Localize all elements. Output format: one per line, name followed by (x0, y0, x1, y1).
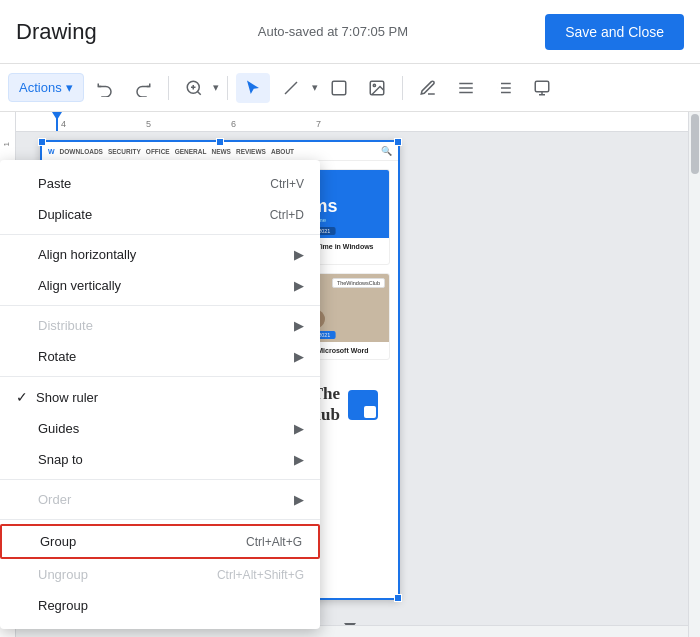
insert-button[interactable] (525, 73, 559, 103)
show-ruler-checkmark: ✓ (16, 389, 28, 405)
ruler-tick-4: 4 (61, 119, 66, 129)
menu-distribute-label: Distribute (38, 318, 93, 333)
menu-item-group[interactable]: Group Ctrl+Alt+G (0, 524, 320, 559)
menu-snap-to-arrow: ▶ (294, 452, 304, 467)
menu-item-rotate[interactable]: Rotate ▶ (0, 341, 320, 372)
scrollbar-thumb[interactable] (691, 114, 699, 174)
menu-duplicate-shortcut: Ctrl+D (270, 208, 304, 222)
menu-rotate-arrow: ▶ (294, 349, 304, 364)
svg-rect-17 (535, 81, 549, 92)
menu-divider-4 (0, 479, 320, 480)
menu-item-align-v[interactable]: Align vertically ▶ (0, 270, 320, 301)
selection-handle-tm (216, 138, 224, 146)
ruler-tick-5: 5 (146, 119, 151, 129)
menu-item-paste[interactable]: Paste Ctrl+V (0, 168, 320, 199)
menu-align-v-label: Align vertically (38, 278, 121, 293)
text-format-button[interactable] (449, 73, 483, 103)
ruler-tick-7: 7 (316, 119, 321, 129)
menu-divider-1 (0, 234, 320, 235)
menu-item-ungroup: Ungroup Ctrl+Alt+Shift+G (0, 559, 320, 590)
main-toolbar: Actions ▾ ▾ ▾ (0, 64, 700, 112)
ruler-top: 4 5 6 7 (16, 112, 700, 132)
menu-align-h-arrow: ▶ (294, 247, 304, 262)
image-tool-button[interactable] (360, 73, 394, 103)
brand-icon (348, 390, 378, 420)
svg-line-4 (285, 82, 297, 94)
zoom-dropdown-arrow[interactable]: ▾ (213, 81, 219, 94)
menu-paste-shortcut: Ctrl+V (270, 177, 304, 191)
list-format-button[interactable] (487, 73, 521, 103)
divider-3 (402, 76, 403, 100)
menu-guides-arrow: ▶ (294, 421, 304, 436)
menu-show-ruler-label: Show ruler (36, 390, 98, 405)
menu-distribute-arrow: ▶ (294, 318, 304, 333)
menu-ungroup-shortcut: Ctrl+Alt+Shift+G (217, 568, 304, 582)
actions-menu-button[interactable]: Actions ▾ (8, 73, 84, 102)
menu-snap-to-label: Snap to (38, 452, 83, 467)
undo-button[interactable] (88, 73, 122, 103)
selection-handle-tl (38, 138, 46, 146)
pen-tool-button[interactable] (411, 73, 445, 103)
menu-guides-label: Guides (38, 421, 79, 436)
app-title: Drawing (16, 19, 97, 45)
selection-handle-br (394, 594, 402, 602)
menu-item-duplicate[interactable]: Duplicate Ctrl+D (0, 199, 320, 230)
select-tool-button[interactable] (236, 73, 270, 103)
autosave-status: Auto-saved at 7:07:05 PM (121, 24, 545, 39)
zoom-button[interactable] (177, 73, 211, 103)
menu-divider-3 (0, 376, 320, 377)
divider-1 (168, 76, 169, 100)
line-tool-button[interactable] (274, 73, 308, 103)
main-area: 1 2 3 4 5 4 5 6 7 (0, 112, 700, 637)
menu-item-show-ruler[interactable]: ✓ Show ruler (0, 381, 320, 413)
ruler-tick-6: 6 (231, 119, 236, 129)
svg-rect-5 (332, 81, 346, 95)
svg-line-1 (197, 91, 200, 94)
menu-item-order: Order ▶ (0, 484, 320, 515)
menu-paste-label: Paste (38, 176, 71, 191)
actions-dropdown-menu: Paste Ctrl+V Duplicate Ctrl+D Align hori… (0, 160, 320, 629)
menu-group-label: Group (40, 534, 76, 549)
divider-2 (227, 76, 228, 100)
app-header: Drawing Auto-saved at 7:07:05 PM Save an… (0, 0, 700, 64)
menu-rotate-label: Rotate (38, 349, 76, 364)
menu-align-h-label: Align horizontally (38, 247, 136, 262)
menu-regroup-label: Regroup (38, 598, 88, 613)
scrollbar-right[interactable] (688, 112, 700, 637)
redo-button[interactable] (126, 73, 160, 103)
shape-tool-button[interactable] (322, 73, 356, 103)
menu-group-shortcut: Ctrl+Alt+G (246, 535, 302, 549)
save-close-button[interactable]: Save and Close (545, 14, 684, 50)
menu-divider-5 (0, 519, 320, 520)
menu-align-v-arrow: ▶ (294, 278, 304, 293)
menu-order-arrow: ▶ (294, 492, 304, 507)
ruler-left-label-1: 1 (2, 142, 11, 146)
menu-order-label: Order (38, 492, 71, 507)
menu-item-guides[interactable]: Guides ▶ (0, 413, 320, 444)
menu-item-align-h[interactable]: Align horizontally ▶ (0, 239, 320, 270)
menu-ungroup-label: Ungroup (38, 567, 88, 582)
svg-point-7 (373, 84, 375, 86)
menu-item-regroup[interactable]: Regroup (0, 590, 320, 621)
menu-duplicate-label: Duplicate (38, 207, 92, 222)
line-dropdown-arrow[interactable]: ▾ (312, 81, 318, 94)
menu-item-distribute: Distribute ▶ (0, 310, 320, 341)
menu-divider-2 (0, 305, 320, 306)
menu-item-snap-to[interactable]: Snap to ▶ (0, 444, 320, 475)
selection-handle-tr (394, 138, 402, 146)
